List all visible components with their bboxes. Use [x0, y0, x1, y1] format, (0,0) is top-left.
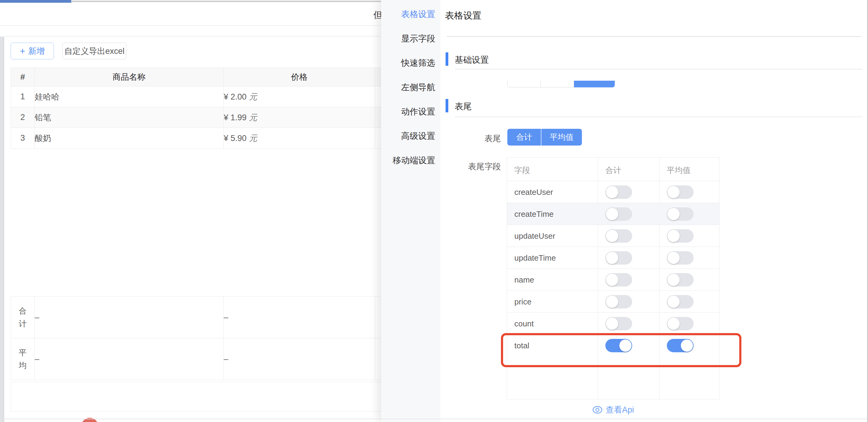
view-api-link[interactable]: 查看Api: [507, 404, 719, 416]
field-name: createTime: [514, 209, 554, 219]
drawer-panel: 表格设置 基础设置 表尾 表尾 合计 平均值 表尾字段: [440, 0, 868, 422]
toggle-average-off[interactable]: [667, 229, 693, 243]
fields-table-header: 字段 合计 平均值: [507, 158, 719, 181]
fields-col-average: 平均值: [667, 165, 690, 176]
toggle-total-off[interactable]: [606, 295, 632, 308]
toggle-average-off[interactable]: [667, 295, 693, 308]
sidebar-item-5[interactable]: 动作设置: [381, 99, 435, 124]
toggle-total-on[interactable]: [606, 339, 632, 352]
price-value: ¥ 5.90: [224, 134, 247, 143]
toggle-average-off[interactable]: [667, 207, 693, 221]
fields-col-total: 合计: [606, 165, 621, 176]
col-header-index: #: [11, 68, 35, 87]
field-row: price: [507, 291, 719, 313]
col-header-price: 价格: [224, 68, 375, 87]
summary-row: 合计––: [11, 297, 437, 338]
summary-price-value: –: [224, 297, 375, 338]
section-accent-bar: [445, 99, 448, 112]
page-header-band: [0, 3, 383, 26]
price-value: ¥ 2.00: [224, 92, 247, 101]
settings-drawer: 表格设置显示字段快速筛选左侧导航动作设置高级设置移动端设置 表格设置 基础设置 …: [381, 0, 868, 422]
field-row: createUser: [507, 181, 719, 203]
field-row-highlighted: total: [507, 334, 719, 357]
sidebar-item-2[interactable]: 显示字段: [381, 27, 435, 51]
summary-price-value: –: [224, 338, 375, 380]
section-title-basic: 基础设置: [455, 54, 489, 66]
summary-label-cell: 平均: [11, 338, 35, 380]
sidebar-item-7[interactable]: 移动端设置: [381, 148, 435, 173]
drawer-nav: 表格设置显示字段快速筛选左侧导航动作设置高级设置移动端设置: [381, 0, 440, 422]
product-price: ¥ 2.00元: [224, 87, 375, 107]
clipped-segment[interactable]: [541, 81, 574, 87]
sidebar-item-6[interactable]: 高级设置: [381, 124, 435, 148]
segment-total[interactable]: 合计: [507, 129, 541, 146]
products-summary-table: 合计––平均––: [11, 296, 437, 380]
summary-label-char: 平: [11, 346, 34, 359]
footer-fields-label: 表尾字段: [454, 161, 501, 172]
field-row: count: [507, 312, 719, 335]
toggle-average-off[interactable]: [667, 273, 693, 287]
section-title-footer: 表尾: [455, 101, 472, 112]
field-name: count: [514, 319, 534, 329]
toggle-average-off[interactable]: [667, 251, 693, 265]
section-divider: [455, 69, 863, 69]
eye-icon: [592, 406, 602, 414]
top-progress-bar: [0, 0, 71, 3]
app-window: 但 + 新增 自定义导出excel # 商品名称 价格 1娃哈哈¥ 2.00元2…: [0, 0, 868, 422]
toggle-total-off[interactable]: [606, 317, 632, 330]
clipped-segmented-control[interactable]: [507, 81, 616, 87]
section-divider: [455, 117, 863, 117]
toggle-average-on[interactable]: [667, 339, 693, 352]
product-index: 2: [11, 107, 35, 128]
fields-col-field: 字段: [514, 165, 530, 176]
product-index: 1: [11, 87, 35, 107]
field-name: total: [514, 341, 529, 351]
field-row: updateTime: [507, 247, 719, 269]
price-unit: 元: [249, 134, 257, 143]
col-header-name: 商品名称: [35, 68, 224, 87]
summary-label-char: 均: [11, 359, 34, 372]
field-name: name: [514, 275, 534, 285]
field-row: updateUser: [507, 225, 719, 247]
summary-label-char: 计: [11, 317, 34, 330]
summary-name-value: –: [35, 338, 224, 380]
summary-row: 平均––: [11, 338, 437, 380]
sidebar-item-4[interactable]: 左侧导航: [381, 75, 435, 99]
toggle-total-off[interactable]: [606, 229, 632, 243]
toggle-total-off[interactable]: [606, 185, 632, 199]
product-price: ¥ 5.90元: [224, 128, 375, 149]
summary-label-char: 合: [11, 304, 34, 317]
bottom-window-divider: [0, 419, 868, 419]
products-header-row: # 商品名称 价格: [11, 68, 437, 87]
footer-row-label: 表尾: [454, 133, 501, 144]
summary-label-cell: 合计: [11, 297, 35, 338]
products-table: # 商品名称 价格 1娃哈哈¥ 2.00元2铅笔¥ 1.99元3酸奶¥ 5.90…: [11, 68, 437, 149]
product-index: 3: [11, 128, 35, 149]
title-divider: [447, 36, 861, 37]
field-name: updateTime: [514, 253, 556, 263]
add-button[interactable]: + 新增: [11, 42, 54, 59]
toggle-average-off[interactable]: [667, 317, 693, 330]
product-row: 2铅笔¥ 1.99元: [11, 107, 437, 128]
toggle-average-off[interactable]: [667, 185, 693, 199]
export-excel-button[interactable]: 自定义导出excel: [62, 42, 126, 59]
clipped-segment[interactable]: [507, 81, 541, 87]
view-api-label: 查看Api: [606, 404, 634, 415]
summary-name-value: –: [35, 297, 224, 338]
toggle-total-off[interactable]: [606, 207, 632, 221]
price-unit: 元: [249, 113, 257, 122]
product-name: 酸奶: [35, 128, 224, 149]
field-name: price: [514, 297, 531, 307]
toggle-total-off[interactable]: [606, 273, 632, 287]
export-button-label: 自定义导出excel: [64, 46, 124, 57]
field-name: updateUser: [514, 232, 555, 241]
price-value: ¥ 1.99: [224, 113, 247, 122]
plus-icon: +: [20, 47, 25, 56]
product-row: 1娃哈哈¥ 2.00元: [11, 87, 437, 107]
sidebar-item-3[interactable]: 快速筛选: [381, 51, 435, 75]
price-unit: 元: [249, 92, 257, 101]
toggle-total-off[interactable]: [606, 251, 632, 265]
sidebar-item-1[interactable]: 表格设置: [381, 2, 435, 27]
clipped-segment-active[interactable]: [574, 81, 615, 87]
segment-average[interactable]: 平均值: [541, 129, 582, 146]
